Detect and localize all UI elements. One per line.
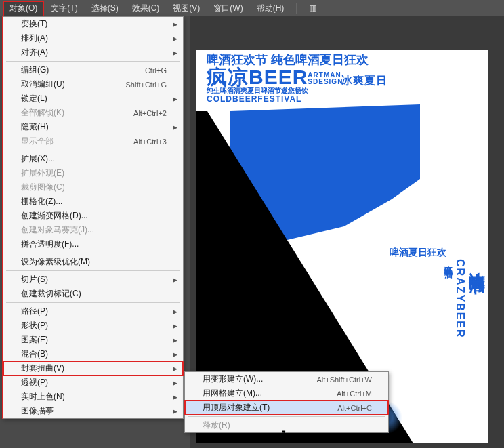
- menu-item[interactable]: 形状(P): [3, 319, 183, 333]
- menu-item[interactable]: 排列(A): [3, 31, 183, 45]
- menu-item: 显示全部Alt+Ctrl+3: [3, 134, 183, 148]
- submenu-item-label: 用顶层对象建立(T): [203, 402, 270, 413]
- menu-item-label: 设为像素级优化(M): [21, 256, 90, 268]
- poster-headline: 啤酒狂欢节 纯色啤酒夏日狂欢 疯凉BEERARTMAN SDESIGN冰爽夏日 …: [207, 54, 417, 103]
- menu-item: 裁剪图像(C): [3, 180, 183, 195]
- menu-item[interactable]: 透视(P): [3, 375, 183, 390]
- menu-item-label: 图案(E): [21, 334, 48, 346]
- menu-item-label: 形状(P): [21, 320, 48, 331]
- menu-item-label: 实时上色(N): [21, 391, 65, 403]
- menu-item-label: 透视(P): [21, 377, 48, 388]
- menu-item-label: 图像描摹: [21, 405, 54, 417]
- menu-shortcut: Shift+Ctrl+G: [125, 81, 167, 89]
- menu-item[interactable]: 扩展(X)...: [3, 152, 183, 166]
- menu-separator: [296, 3, 297, 14]
- menu-item-label: 切片(S): [21, 274, 48, 285]
- menu-shortcut: Ctrl+G: [145, 66, 167, 75]
- menu-item-label: 裁剪图像(C): [21, 182, 65, 193]
- menu-item[interactable]: 设为像素级优化(M): [3, 255, 183, 269]
- menu-item-label: 变换(T): [21, 18, 47, 30]
- menu-item-label: 编组(G): [21, 64, 49, 76]
- menu-object[interactable]: 对象(O): [3, 1, 44, 16]
- menu-item[interactable]: 栅格化(Z)...: [3, 195, 183, 209]
- menu-item[interactable]: 切片(S): [3, 272, 183, 287]
- menu-item-label: 排列(A): [21, 33, 48, 44]
- menu-item-label: 锁定(L): [21, 93, 47, 104]
- menu-item[interactable]: 锁定(L): [3, 91, 183, 106]
- menu-item-label: 显示全部: [21, 136, 54, 147]
- menu-separator: [188, 416, 385, 417]
- submenu-shortcut: Alt+Ctrl+C: [337, 404, 372, 412]
- menu-item[interactable]: 路径(P): [3, 304, 183, 319]
- menu-item: 扩展外观(E): [3, 166, 183, 180]
- menu-effect[interactable]: 效果(C): [125, 1, 167, 16]
- menu-help[interactable]: 帮助(H): [250, 1, 291, 16]
- submenu-item-label: 释放(R): [203, 420, 230, 431]
- submenu-item-label: 用变形建立(W)...: [203, 373, 263, 385]
- menu-view[interactable]: 视图(V): [166, 1, 207, 16]
- menu-item: 全部解锁(K)Alt+Ctrl+2: [3, 106, 183, 120]
- menu-item[interactable]: 创建裁切标记(C): [3, 287, 183, 301]
- menu-window[interactable]: 窗口(W): [207, 1, 249, 16]
- menu-shortcut: Alt+Ctrl+2: [133, 109, 167, 117]
- menu-separator: [6, 61, 180, 62]
- menu-item-label: 创建对象马赛克(J)...: [21, 224, 94, 236]
- menu-item[interactable]: 混合(B): [3, 347, 183, 361]
- menu-separator: [6, 253, 180, 253]
- menu-item[interactable]: 对齐(A): [3, 45, 183, 60]
- menu-item-label: 混合(B): [21, 348, 48, 360]
- menu-item-label: 栅格化(Z)...: [21, 196, 62, 207]
- menu-item-label: 对齐(A): [21, 47, 48, 58]
- object-menu-dropdown: 变换(T)排列(A)对齐(A)编组(G)Ctrl+G取消编组(U)Shift+C…: [2, 16, 184, 419]
- menu-separator: [6, 270, 180, 271]
- menu-item: 创建对象马赛克(J)...: [3, 223, 183, 237]
- menu-item[interactable]: 变换(T): [3, 17, 183, 31]
- menu-shortcut: Alt+Ctrl+3: [133, 138, 167, 146]
- menu-item[interactable]: 实时上色(N): [3, 390, 183, 404]
- poster-right-column: 啤酒夏日狂欢 冰爽啤酒节 CRAZYBEER 疯狂啤酒: [390, 247, 488, 339]
- menu-item-label: 路径(P): [21, 306, 48, 317]
- menu-item-label: 创建裁切标记(C): [21, 288, 81, 300]
- menu-item[interactable]: 隐藏(H): [3, 120, 183, 134]
- menu-select[interactable]: 选择(S): [85, 1, 125, 16]
- submenu-item[interactable]: 用顶层对象建立(T)Alt+Ctrl+C: [185, 401, 388, 415]
- submenu-item[interactable]: 用变形建立(W)...Alt+Shift+Ctrl+W: [185, 372, 388, 386]
- envelope-distort-submenu: 用变形建立(W)...Alt+Shift+Ctrl+W用网格建立(M)...Al…: [184, 371, 389, 433]
- menu-item-label: 创建渐变网格(D)...: [21, 210, 88, 222]
- submenu-shortcut: Alt+Ctrl+M: [337, 390, 372, 398]
- menu-separator: [6, 302, 180, 303]
- menu-item[interactable]: 取消编组(U)Shift+Ctrl+G: [3, 77, 183, 91]
- menu-item[interactable]: 图像描摹: [3, 404, 183, 418]
- submenu-item-label: 用网格建立(M)...: [203, 388, 262, 399]
- menu-item-label: 隐藏(H): [21, 121, 49, 133]
- menu-bar: 对象(O) 文字(T) 选择(S) 效果(C) 视图(V) 窗口(W) 帮助(H…: [0, 0, 504, 16]
- menu-item-label: 扩展(X)...: [21, 153, 55, 165]
- menu-separator: [6, 150, 180, 150]
- menu-item-label: 取消编组(U): [21, 79, 65, 90]
- menu-item-label: 拼合透明度(F)...: [21, 239, 79, 250]
- menu-item[interactable]: 拼合透明度(F)...: [3, 237, 183, 251]
- menu-item[interactable]: 创建渐变网格(D)...: [3, 209, 183, 223]
- submenu-shortcut: Alt+Shift+Ctrl+W: [316, 375, 372, 384]
- menu-item-label: 封套扭曲(V): [21, 363, 64, 374]
- submenu-item[interactable]: 用网格建立(M)...Alt+Ctrl+M: [185, 386, 388, 401]
- menu-item[interactable]: 封套扭曲(V): [3, 361, 183, 375]
- menu-item[interactable]: 图案(E): [3, 333, 183, 347]
- toolbar-extra-icon[interactable]: ▥: [302, 1, 323, 15]
- mouse-cursor-icon: ↖: [280, 427, 289, 440]
- menu-item[interactable]: 编组(G)Ctrl+G: [3, 63, 183, 77]
- menu-text[interactable]: 文字(T): [44, 1, 84, 16]
- menu-item-label: 全部解锁(K): [21, 107, 64, 119]
- menu-item-label: 扩展外观(E): [21, 167, 64, 179]
